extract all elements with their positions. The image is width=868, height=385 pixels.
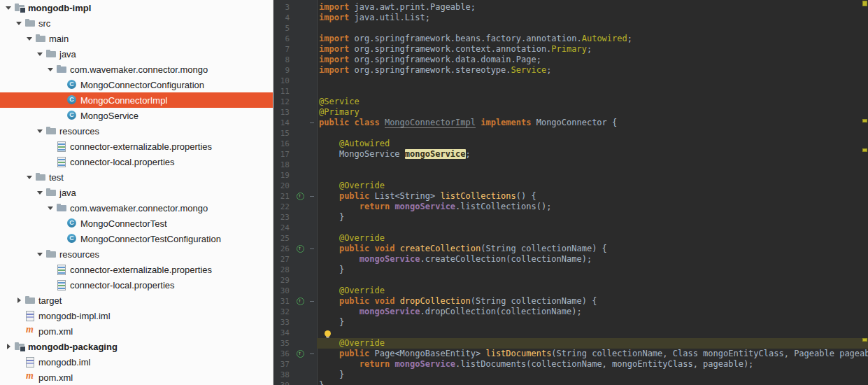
code-line-31[interactable]: 31 public void dropCollection(String col…	[273, 296, 868, 307]
tree-item-connector-externalizable-properties[interactable]: connector-externalizable.properties	[0, 139, 273, 154]
override-marker-icon[interactable]	[297, 245, 304, 253]
code-line-36[interactable]: 36 public Page<MongoBaseEntity> listDocu…	[273, 349, 868, 359]
code-line-3[interactable]: 3import java.awt.print.Pageable;	[273, 2, 868, 13]
warning-stripe-mark[interactable]	[862, 1, 867, 6]
code-line-38[interactable]: 38 }	[273, 370, 868, 380]
line-number[interactable]: 33	[273, 317, 294, 328]
code-line-13[interactable]: 13@Primary	[273, 107, 868, 118]
fold-strip[interactable]	[307, 244, 317, 254]
expand-arrow[interactable]	[36, 188, 45, 197]
gutter-icon-area[interactable]	[294, 170, 307, 181]
line-number[interactable]: 35	[273, 338, 294, 349]
gutter-icon-area[interactable]	[294, 349, 307, 359]
fold-strip[interactable]	[307, 202, 317, 212]
warning-stripe-mark[interactable]	[862, 338, 867, 342]
gutter-icon-area[interactable]	[294, 13, 307, 23]
tree-item-pom-xml[interactable]: pom.xml	[0, 370, 273, 385]
line-number[interactable]: 6	[273, 34, 294, 44]
code-line-10[interactable]: 10	[273, 76, 868, 86]
line-number[interactable]: 26	[273, 244, 294, 254]
tree-item-mongoconnectortestconfiguration[interactable]: MongoConnectorTestConfiguration	[0, 231, 273, 246]
code-line-33[interactable]: 33 }	[273, 317, 868, 328]
tree-item-mongodb-impl-iml[interactable]: mongodb-impl.iml	[0, 308, 273, 323]
expand-arrow[interactable]	[36, 126, 45, 136]
expand-arrow[interactable]	[46, 64, 56, 74]
overview-ruler[interactable]	[862, 0, 868, 385]
gutter-icon-area[interactable]	[294, 65, 307, 76]
code-line-8[interactable]: 8import org.springframework.data.domain.…	[273, 55, 868, 65]
line-number[interactable]: 20	[273, 181, 294, 191]
code-line-32[interactable]: 32 mongoService.dropCollection(collectio…	[273, 307, 868, 317]
tree-item-mongoservice[interactable]: MongoService	[0, 108, 273, 123]
gutter-icon-area[interactable]	[294, 244, 307, 254]
line-number[interactable]: 31	[273, 296, 294, 307]
fold-strip[interactable]	[307, 118, 317, 128]
line-number[interactable]: 27	[273, 254, 294, 265]
expand-arrow[interactable]	[25, 34, 35, 43]
code-line-22[interactable]: 22 return mongoService.listCollections()…	[273, 202, 868, 212]
fold-strip[interactable]	[307, 86, 317, 97]
code-line-30[interactable]: 30 @Override	[273, 286, 868, 296]
fold-strip[interactable]	[307, 55, 317, 65]
fold-strip[interactable]	[307, 97, 317, 107]
tree-item-resources[interactable]: resources	[0, 246, 273, 262]
code-line-15[interactable]: 15	[273, 128, 868, 139]
tree-item-resources[interactable]: resources	[0, 123, 273, 139]
line-number[interactable]: 29	[273, 275, 294, 286]
expand-arrow[interactable]	[4, 3, 14, 13]
fold-strip[interactable]	[307, 128, 317, 139]
fold-strip[interactable]	[307, 34, 317, 44]
line-number[interactable]: 4	[273, 13, 294, 23]
fold-strip[interactable]	[307, 160, 317, 170]
tree-item-pom-xml[interactable]: pom.xml	[0, 323, 273, 339]
gutter-icon-area[interactable]	[294, 55, 307, 65]
fold-strip[interactable]	[307, 76, 317, 86]
line-number[interactable]: 19	[273, 170, 294, 181]
line-number[interactable]: 17	[273, 149, 294, 160]
line-number[interactable]: 10	[273, 76, 294, 86]
code-line-12[interactable]: 12@Service	[273, 97, 868, 107]
line-number[interactable]: 12	[273, 97, 294, 107]
fold-strip[interactable]	[307, 233, 317, 244]
code-line-25[interactable]: 25 @Override	[273, 233, 868, 244]
fold-strip[interactable]	[307, 107, 317, 118]
code-line-20[interactable]: 20 @Override	[273, 181, 868, 191]
tree-item-mongodb-iml[interactable]: mongodb.iml	[0, 354, 273, 370]
fold-strip[interactable]	[307, 212, 317, 223]
code-line-18[interactable]: 18	[273, 160, 868, 170]
code-line-17[interactable]: 17 MongoService mongoService;	[273, 149, 868, 160]
tree-item-mongodb-impl[interactable]: mongodb-impl	[0, 0, 273, 15]
expand-arrow[interactable]	[46, 203, 56, 213]
line-number[interactable]: 3	[273, 2, 294, 13]
line-number[interactable]: 22	[273, 202, 294, 212]
gutter-icon-area[interactable]	[294, 380, 307, 385]
gutter-icon-area[interactable]	[294, 202, 307, 212]
tree-item-mongoconnectorimpl[interactable]: MongoConnectorImpl	[0, 92, 273, 108]
expand-arrow[interactable]	[36, 49, 45, 59]
fold-strip[interactable]	[307, 44, 317, 55]
warning-stripe-mark[interactable]	[862, 148, 867, 152]
tree-item-mongoconnectorconfiguration[interactable]: MongoConnectorConfiguration	[0, 77, 273, 92]
override-marker-icon[interactable]	[297, 350, 304, 358]
fold-strip[interactable]	[307, 181, 317, 191]
tree-item-mongodb-packaging[interactable]: mongodb-packaging	[0, 339, 273, 354]
gutter-icon-area[interactable]	[294, 160, 307, 170]
code-line-5[interactable]: 5	[273, 23, 868, 34]
line-number[interactable]: 15	[273, 128, 294, 139]
gutter-icon-area[interactable]	[294, 265, 307, 275]
code-line-39[interactable]: 39}	[273, 380, 868, 385]
fold-strip[interactable]	[307, 359, 317, 370]
fold-strip[interactable]	[307, 139, 317, 149]
fold-strip[interactable]	[307, 170, 317, 181]
gutter-icon-area[interactable]	[294, 2, 307, 13]
line-number[interactable]: 16	[273, 139, 294, 149]
gutter-icon-area[interactable]	[294, 370, 307, 380]
tree-item-test[interactable]: test	[0, 169, 273, 185]
line-number[interactable]: 37	[273, 359, 294, 370]
expand-arrow[interactable]	[4, 342, 14, 351]
code-line-26[interactable]: 26 public void createCollection(String c…	[273, 244, 868, 254]
gutter-icon-area[interactable]	[294, 107, 307, 118]
fold-strip[interactable]	[307, 23, 317, 34]
code-line-37[interactable]: 37 return mongoService.listDocuments(col…	[273, 359, 868, 370]
override-marker-icon[interactable]	[297, 192, 304, 200]
